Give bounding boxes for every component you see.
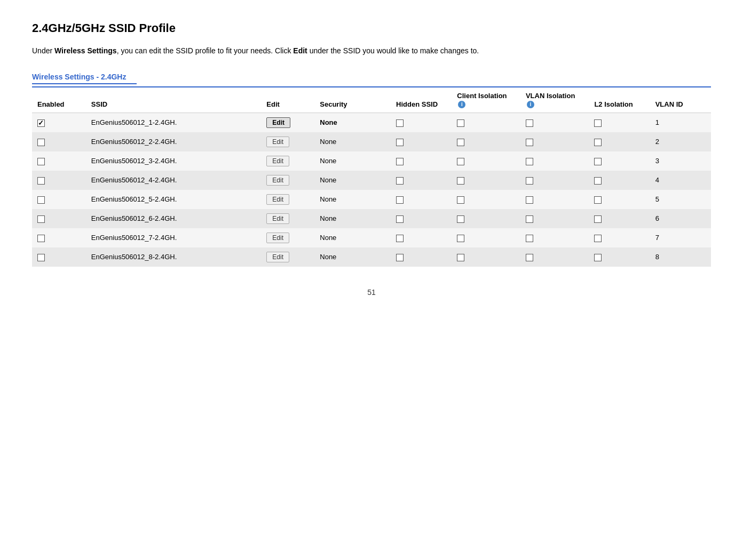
l2-isolation-checkbox[interactable]: [594, 254, 602, 261]
cell-enabled: [32, 228, 86, 247]
cell-vlan-id: 4: [650, 171, 711, 190]
cell-hidden-ssid: [391, 151, 452, 171]
intro-text-mid: , you can edit the SSID profile to fit y…: [117, 46, 294, 55]
section-header: Wireless Settings - 2.4GHz: [32, 73, 711, 84]
client-isolation-checkbox[interactable]: [457, 119, 464, 127]
cell-security: None: [314, 171, 391, 190]
page-title: 2.4GHz/5GHz SSID Profile: [32, 21, 711, 35]
cell-vlan-isolation: [520, 228, 589, 247]
hidden-ssid-checkbox[interactable]: [396, 235, 404, 242]
enabled-checkbox[interactable]: [37, 196, 45, 204]
table-row: EnGenius506012_5-2.4GH.EditNone5: [32, 190, 711, 209]
cell-hidden-ssid: [391, 132, 452, 151]
l2-isolation-checkbox[interactable]: [594, 158, 602, 165]
table-row: EnGenius506012_4-2.4GH.EditNone4: [32, 171, 711, 190]
hidden-ssid-checkbox[interactable]: [396, 196, 404, 204]
edit-button[interactable]: Edit: [266, 213, 289, 224]
hidden-ssid-checkbox[interactable]: [396, 177, 404, 185]
cell-client-isolation: [452, 151, 520, 171]
cell-hidden-ssid: [391, 190, 452, 209]
cell-hidden-ssid: [391, 113, 452, 132]
l2-isolation-checkbox[interactable]: [594, 139, 602, 146]
cell-ssid: EnGenius506012_6-2.4GH.: [86, 209, 262, 228]
cell-enabled: [32, 151, 86, 171]
enabled-checkbox[interactable]: [37, 119, 45, 127]
col-header-client-isolation: Client Isolation i: [452, 87, 520, 113]
client-isolation-checkbox[interactable]: [457, 235, 464, 242]
cell-vlan-id: 6: [650, 209, 711, 228]
cell-enabled: [32, 171, 86, 190]
enabled-checkbox[interactable]: [37, 254, 45, 261]
cell-edit: Edit: [261, 228, 314, 247]
table-row: EnGenius506012_1-2.4GH.EditNone1: [32, 113, 711, 132]
intro-text-after: under the SSID you would like to make ch…: [307, 46, 479, 55]
cell-security: None: [314, 190, 391, 209]
intro-bold-wireless-settings: Wireless Settings: [54, 46, 117, 55]
edit-button[interactable]: Edit: [266, 175, 289, 186]
l2-isolation-checkbox[interactable]: [594, 215, 602, 223]
enabled-checkbox[interactable]: [37, 177, 45, 185]
cell-ssid: EnGenius506012_4-2.4GH.: [86, 171, 262, 190]
client-isolation-info-icon: i: [458, 101, 465, 108]
cell-l2-isolation: [589, 247, 650, 267]
cell-hidden-ssid: [391, 171, 452, 190]
table-row: EnGenius506012_6-2.4GH.EditNone6: [32, 209, 711, 228]
cell-hidden-ssid: [391, 209, 452, 228]
enabled-checkbox[interactable]: [37, 215, 45, 223]
cell-security: None: [314, 209, 391, 228]
vlan-isolation-checkbox[interactable]: [526, 215, 533, 223]
cell-vlan-id: 5: [650, 190, 711, 209]
edit-button[interactable]: Edit: [266, 117, 290, 128]
cell-l2-isolation: [589, 132, 650, 151]
cell-client-isolation: [452, 247, 520, 267]
client-isolation-checkbox[interactable]: [457, 254, 464, 261]
vlan-isolation-checkbox[interactable]: [526, 158, 533, 165]
cell-client-isolation: [452, 190, 520, 209]
cell-edit: Edit: [261, 171, 314, 190]
edit-button[interactable]: Edit: [266, 156, 289, 166]
table-body: EnGenius506012_1-2.4GH.EditNone1EnGenius…: [32, 113, 711, 267]
table-wrapper: Enabled SSID Edit Security Hidden SSID C…: [32, 86, 711, 267]
col-header-enabled: Enabled: [32, 87, 86, 113]
hidden-ssid-checkbox[interactable]: [396, 119, 404, 127]
l2-isolation-checkbox[interactable]: [594, 119, 602, 127]
client-isolation-checkbox[interactable]: [457, 139, 464, 146]
edit-button[interactable]: Edit: [266, 252, 289, 262]
vlan-isolation-checkbox[interactable]: [526, 254, 533, 261]
l2-isolation-checkbox[interactable]: [594, 177, 602, 185]
cell-vlan-id: 2: [650, 132, 711, 151]
enabled-checkbox[interactable]: [37, 139, 45, 146]
enabled-checkbox[interactable]: [37, 235, 45, 242]
edit-button[interactable]: Edit: [266, 137, 289, 147]
vlan-isolation-checkbox[interactable]: [526, 235, 533, 242]
client-isolation-checkbox[interactable]: [457, 196, 464, 204]
vlan-isolation-checkbox[interactable]: [526, 139, 533, 146]
vlan-isolation-checkbox[interactable]: [526, 177, 533, 185]
client-isolation-checkbox[interactable]: [457, 158, 464, 165]
hidden-ssid-checkbox[interactable]: [396, 215, 404, 223]
cell-client-isolation: [452, 209, 520, 228]
cell-edit: Edit: [261, 209, 314, 228]
cell-edit: Edit: [261, 151, 314, 171]
hidden-ssid-checkbox[interactable]: [396, 254, 404, 261]
wireless-settings-table: Enabled SSID Edit Security Hidden SSID C…: [32, 87, 711, 267]
edit-button[interactable]: Edit: [266, 233, 289, 243]
cell-security: None: [314, 151, 391, 171]
enabled-checkbox[interactable]: [37, 158, 45, 165]
cell-vlan-id: 7: [650, 228, 711, 247]
client-isolation-checkbox[interactable]: [457, 215, 464, 223]
l2-isolation-checkbox[interactable]: [594, 235, 602, 242]
cell-hidden-ssid: [391, 247, 452, 267]
cell-l2-isolation: [589, 190, 650, 209]
client-isolation-checkbox[interactable]: [457, 177, 464, 185]
col-header-hidden-ssid: Hidden SSID: [391, 87, 452, 113]
vlan-isolation-checkbox[interactable]: [526, 119, 533, 127]
hidden-ssid-checkbox[interactable]: [396, 158, 404, 165]
hidden-ssid-checkbox[interactable]: [396, 139, 404, 146]
l2-isolation-checkbox[interactable]: [594, 196, 602, 204]
cell-enabled: [32, 190, 86, 209]
cell-vlan-isolation: [520, 190, 589, 209]
vlan-isolation-checkbox[interactable]: [526, 196, 533, 204]
cell-security: None: [314, 247, 391, 267]
edit-button[interactable]: Edit: [266, 194, 289, 205]
